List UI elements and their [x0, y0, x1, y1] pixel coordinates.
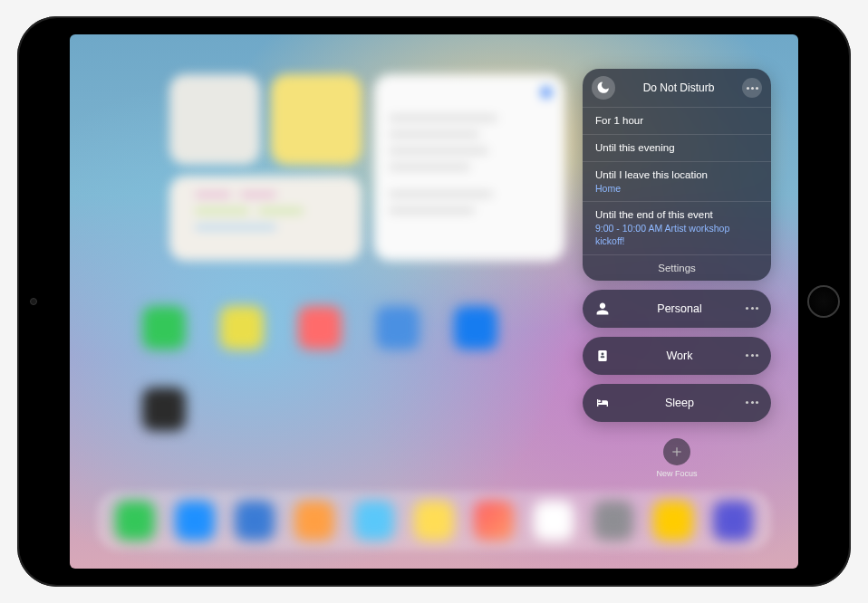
dnd-option-label: Until the end of this event	[595, 208, 758, 222]
dnd-settings-button[interactable]: Settings	[583, 254, 771, 281]
focus-mode-work[interactable]: Work	[583, 337, 771, 375]
focus-mode-sleep[interactable]: Sleep	[583, 384, 771, 422]
dock	[97, 491, 771, 550]
ellipsis-icon	[747, 87, 758, 90]
ellipsis-icon[interactable]	[746, 307, 762, 310]
dnd-header[interactable]: Do Not Disturb	[583, 69, 771, 107]
widget-clock	[169, 74, 260, 165]
ellipsis-icon[interactable]	[746, 401, 762, 404]
dnd-option-label: For 1 hour	[595, 114, 758, 128]
person-icon	[592, 298, 613, 320]
widget-calendar	[169, 176, 362, 261]
moon-icon	[592, 76, 615, 100]
dnd-option-label: Until I leave this location	[595, 168, 758, 182]
dnd-option-sub: 9:00 - 10:00 AM Artist workshop kickoff!	[595, 223, 758, 247]
plus-icon	[663, 438, 690, 465]
settings-label: Settings	[658, 263, 696, 273]
dnd-option-hour[interactable]: For 1 hour	[583, 107, 771, 134]
focus-mode-personal[interactable]: Personal	[583, 290, 771, 328]
dnd-option-evening[interactable]: Until this evening	[583, 134, 771, 161]
home-button[interactable]	[807, 285, 840, 318]
dnd-option-label: Until this evening	[595, 141, 758, 155]
badge-icon	[592, 345, 613, 367]
widget-reminders	[374, 74, 564, 261]
focus-mode-label: Sleep	[621, 397, 738, 409]
svg-point-1	[602, 352, 604, 355]
ipad-device-frame: Do Not Disturb For 1 hour Until this eve…	[17, 16, 851, 587]
dnd-card: Do Not Disturb For 1 hour Until this eve…	[583, 69, 771, 281]
dnd-option-sub: Home	[595, 183, 758, 196]
ellipsis-icon[interactable]	[746, 354, 762, 357]
svg-rect-2	[601, 356, 605, 358]
dnd-option-location[interactable]: Until I leave this location Home	[583, 161, 771, 202]
bed-icon	[592, 392, 613, 414]
focus-mode-label: Personal	[621, 302, 738, 315]
front-camera	[30, 298, 37, 305]
dnd-title: Do Not Disturb	[622, 81, 735, 94]
svg-rect-0	[598, 350, 606, 361]
widget-notes	[271, 74, 362, 165]
dnd-more-button[interactable]	[742, 78, 762, 98]
screen: Do Not Disturb For 1 hour Until this eve…	[70, 34, 798, 569]
focus-panel: Do Not Disturb For 1 hour Until this eve…	[583, 69, 771, 478]
new-focus-label: New Focus	[656, 469, 697, 478]
new-focus-button[interactable]: New Focus	[583, 438, 771, 478]
dnd-option-event[interactable]: Until the end of this event 9:00 - 10:00…	[583, 201, 771, 254]
focus-mode-label: Work	[621, 349, 738, 362]
